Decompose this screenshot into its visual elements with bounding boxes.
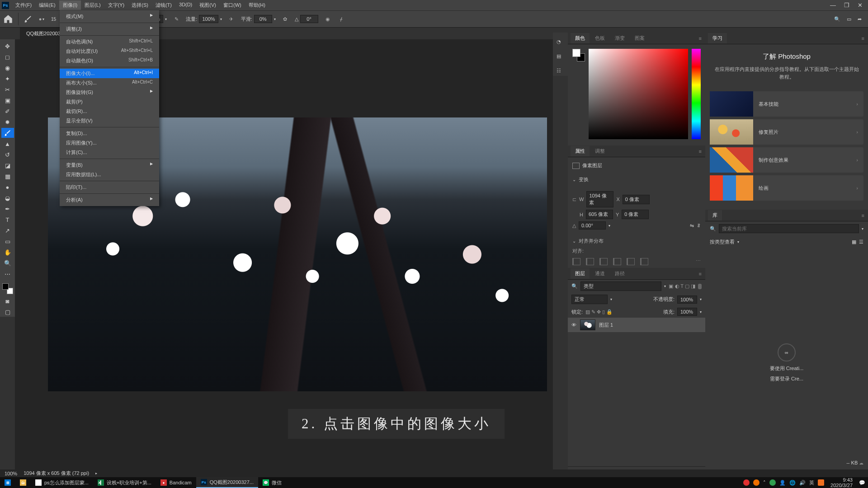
layer-row[interactable]: 👁 图层 1: [568, 318, 705, 332]
history-panel-icon[interactable]: ◔: [557, 39, 565, 47]
fill-input[interactable]: 100%: [677, 308, 697, 316]
gradient-tool-icon[interactable]: ▦: [1, 171, 14, 181]
menu-item[interactable]: 裁切(R)...: [60, 107, 159, 116]
layer-name[interactable]: 图层 1: [599, 322, 613, 328]
blend-mode-select[interactable]: 正常: [571, 295, 608, 304]
menu-item[interactable]: 复制(D)...: [60, 129, 159, 138]
layer-opacity-input[interactable]: 100%: [677, 296, 697, 304]
align-left-icon[interactable]: [572, 258, 580, 265]
history-brush-icon[interactable]: ↺: [1, 150, 14, 160]
workspace-icon[interactable]: ▭: [847, 16, 851, 22]
menu-item[interactable]: 变量(B): [60, 160, 159, 170]
notifications-icon[interactable]: 💬: [859, 480, 865, 486]
menu-item[interactable]: 自动对比度(U)Alt+Shift+Ctrl+L: [60, 47, 159, 56]
tray-sogou-icon[interactable]: [818, 479, 824, 486]
tab-libraries[interactable]: 库: [708, 210, 722, 221]
brush-tool-icon[interactable]: [1, 128, 14, 138]
taskbar-item-chrome[interactable]: ◎ps怎么添加图层蒙...: [31, 477, 93, 488]
align-section[interactable]: 对齐并分布: [568, 235, 705, 247]
x-input[interactable]: 0 像素: [623, 195, 650, 204]
tab-gradients[interactable]: 渐变: [610, 33, 629, 43]
tab-color[interactable]: 颜色: [571, 33, 590, 43]
library-search-input[interactable]: [719, 224, 859, 233]
menu-y[interactable]: 文字(Y): [104, 0, 128, 10]
tutorial-item[interactable]: 基本技能 ›: [710, 91, 863, 117]
panel-menu-icon[interactable]: ≡: [858, 213, 868, 218]
smoothing-field[interactable]: 平滑: 0%▾: [241, 15, 276, 23]
menu-item[interactable]: 自动色调(N)Shift+Ctrl+L: [60, 37, 159, 47]
wand-tool-icon[interactable]: ✦: [1, 74, 14, 84]
tray-network-icon[interactable]: 🌐: [789, 480, 796, 486]
search-icon[interactable]: 🔍: [710, 226, 716, 232]
menu-s[interactable]: 选择(S): [128, 0, 152, 10]
tutorial-item[interactable]: 制作创意效果 ›: [710, 147, 863, 173]
menu-item[interactable]: 模式(M): [60, 12, 159, 21]
smoothing-value[interactable]: 0%: [254, 15, 272, 23]
menu-item[interactable]: 显示全部(V): [60, 116, 159, 126]
dodge-tool-icon[interactable]: ◒: [1, 193, 14, 203]
taskbar-item-win[interactable]: ⊞: [0, 477, 15, 488]
color-picker[interactable]: [568, 44, 705, 145]
ime-indicator[interactable]: 英: [809, 479, 814, 486]
menu-f[interactable]: 文件(F): [12, 0, 35, 10]
home-icon[interactable]: [4, 14, 13, 23]
menu-item[interactable]: 分析(A): [60, 195, 159, 205]
search-dropdown-icon[interactable]: ▾: [862, 227, 863, 231]
align-bottom-icon[interactable]: [640, 258, 648, 265]
menu-item[interactable]: 计算(C)...: [60, 148, 159, 157]
align-hcenter-icon[interactable]: [586, 258, 594, 265]
menu-e[interactable]: 编辑(E): [35, 0, 59, 10]
angle-input[interactable]: 0.00°: [579, 221, 606, 230]
screenmode-icon[interactable]: ▢: [1, 307, 14, 317]
panel-menu-icon[interactable]: ≡: [695, 36, 705, 41]
menu-item[interactable]: 图像旋转(G): [60, 88, 159, 97]
menu-item[interactable]: 自动颜色(O)Shift+Ctrl+B: [60, 56, 159, 66]
flip-h-icon[interactable]: ⇋: [690, 223, 694, 229]
swatches-panel-icon[interactable]: ☷: [557, 68, 565, 76]
tray-volume-icon[interactable]: 🔊: [799, 480, 806, 486]
angle-value[interactable]: 0°: [300, 15, 318, 23]
shape-tool-icon[interactable]: ▭: [1, 236, 14, 246]
heal-tool-icon[interactable]: ✹: [1, 117, 14, 127]
list-view-icon[interactable]: ☰: [859, 239, 863, 245]
panel-menu-icon[interactable]: ≡: [695, 271, 705, 277]
angle-field[interactable]: △ 0°: [295, 15, 318, 23]
library-view-mode[interactable]: 按类型查看: [710, 239, 735, 245]
menu-dd[interactable]: 3D(D): [175, 0, 196, 10]
maximize-icon[interactable]: ❐: [844, 2, 849, 9]
height-input[interactable]: 605 像素: [586, 210, 613, 219]
panel-menu-icon[interactable]: ≡: [858, 36, 868, 41]
blur-tool-icon[interactable]: ●: [1, 182, 14, 192]
tray-icon[interactable]: [753, 479, 760, 486]
marquee-tool-icon[interactable]: ◻: [1, 52, 14, 62]
tab-adjustments[interactable]: 调整: [590, 146, 609, 156]
transform-section[interactable]: 变换: [568, 174, 705, 185]
more-align-icon[interactable]: ⋯: [696, 258, 701, 265]
smoothing-options-icon[interactable]: ✿: [281, 15, 289, 23]
airbrush-icon[interactable]: ✈: [227, 15, 236, 23]
taskbar-item-excel[interactable]: X▎设栈+职业培训+第...: [93, 477, 156, 488]
pressure-size-icon[interactable]: ◉: [324, 15, 332, 23]
align-vcenter-icon[interactable]: [627, 258, 635, 265]
type-tool-icon[interactable]: T: [1, 215, 14, 225]
panel-menu-icon[interactable]: ≡: [695, 149, 705, 154]
tray-chevron-icon[interactable]: ˄: [763, 480, 766, 486]
zoom-level[interactable]: 100%: [5, 471, 17, 476]
eyedropper-tool-icon[interactable]: ✐: [1, 106, 14, 116]
menu-item[interactable]: 应用图像(Y)...: [60, 138, 159, 148]
brush-preset-dropdown[interactable]: ●▾: [38, 15, 46, 23]
tab-learn[interactable]: 学习: [708, 33, 727, 43]
menu-h[interactable]: 帮助(H): [245, 0, 269, 10]
tab-channels[interactable]: 通道: [590, 268, 609, 279]
flow-value[interactable]: 100%: [199, 15, 218, 23]
layer-thumbnail[interactable]: [580, 319, 595, 330]
tray-record-icon[interactable]: [743, 479, 750, 486]
flip-v-icon[interactable]: ⥯: [697, 223, 701, 229]
flow-field[interactable]: 流量: 100%▾: [186, 15, 222, 23]
filter-toggle[interactable]: [698, 284, 702, 289]
taskbar-item-files[interactable]: 🗂: [15, 477, 31, 488]
align-top-icon[interactable]: [613, 258, 621, 265]
menu-item[interactable]: 图像大小(I)...Alt+Ctrl+I: [60, 69, 159, 78]
tab-swatches[interactable]: 色板: [590, 33, 609, 43]
move-tool-icon[interactable]: ✥: [1, 41, 14, 51]
